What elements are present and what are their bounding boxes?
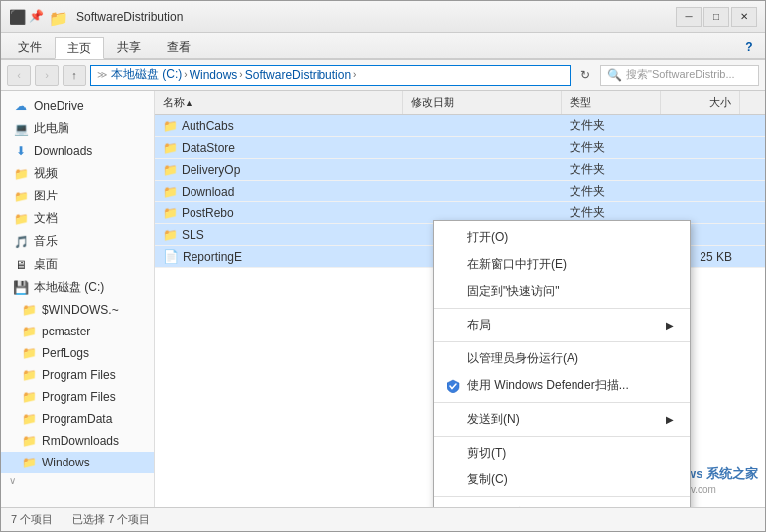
folder-icon-deliveryop: 📁 [163, 163, 178, 177]
sidebar-item-programdata[interactable]: 📁 ProgramData [1, 408, 154, 430]
ctx-layout[interactable]: 布局 ▶ [434, 312, 690, 338]
documents-icon: 📁 [13, 211, 29, 227]
sidebar-item-pictures[interactable]: 📁 图片 [1, 185, 154, 207]
forward-button[interactable]: › [35, 65, 59, 86]
folder-icon-download: 📁 [163, 185, 178, 199]
ctx-label-copy: 复制(C) [467, 471, 508, 488]
back-button[interactable]: ‹ [7, 65, 31, 86]
ribbon-tabs: 文件 主页 共享 查看 ? [1, 33, 765, 59]
breadcrumb-windows[interactable]: Windows [190, 68, 238, 82]
ctx-copy[interactable]: 复制(C) [434, 466, 690, 493]
sidebar-item-downloads[interactable]: ⬇ Downloads [1, 140, 154, 162]
file-name-reporting: 📄 ReportingE [155, 249, 403, 264]
table-row[interactable]: 📁 AuthCabs 文件夹 [155, 115, 765, 137]
help-button[interactable]: ? [737, 36, 761, 58]
col-header-date[interactable]: 修改日期 [403, 91, 562, 114]
folder-icon-8: 📁 [21, 455, 37, 470]
sidebar-scroll-hint: ∨ [1, 473, 154, 488]
refresh-button[interactable]: ↻ [574, 65, 596, 86]
sidebar-item-perflogs[interactable]: 📁 PerfLogs [1, 342, 154, 364]
up-button[interactable]: ↑ [63, 65, 86, 86]
title-bar: ⬛ 📌 📁 SoftwareDistribution ─ □ ✕ [1, 1, 765, 33]
sidebar-item-programfiles1[interactable]: 📁 Program Files [1, 364, 154, 386]
sidebar-item-localdisk[interactable]: 💾 本地磁盘 (C:) [1, 276, 154, 299]
open-icon [446, 230, 461, 246]
sidebar-label-music: 音乐 [34, 233, 58, 250]
tab-home[interactable]: 主页 [55, 37, 104, 59]
file-name-authcabs: 📁 AuthCabs [155, 119, 403, 133]
ctx-open-new-window[interactable]: 在新窗口中打开(E) [434, 251, 690, 278]
sidebar-item-onedrive[interactable]: ☁ OneDrive [1, 95, 154, 117]
search-box[interactable]: 🔍 搜索"SoftwareDistrib... [600, 65, 759, 86]
sidebar-item-windows[interactable]: 📁 Windows [1, 452, 154, 473]
defender-icon [446, 378, 461, 394]
sidebar-item-videos[interactable]: 📁 视频 [1, 162, 154, 185]
tab-view[interactable]: 查看 [154, 36, 203, 58]
ribbon: 文件 主页 共享 查看 ? [1, 33, 765, 60]
ctx-pin-quick-access[interactable]: 固定到"快速访问" [434, 278, 690, 305]
table-row[interactable]: 📁 Download 文件夹 [155, 181, 765, 202]
ctx-label-cut: 剪切(T) [467, 445, 506, 462]
sidebar-label-documents: 文档 [34, 210, 58, 227]
ctx-open[interactable]: 打开(O) [434, 224, 690, 251]
sidebar-item-programfiles2[interactable]: 📁 Program Files [1, 386, 154, 408]
sidebar-label-programfiles1: Program Files [42, 368, 116, 382]
layout-icon [446, 318, 461, 333]
quick-access-icon: ⬛ [9, 9, 25, 25]
ctx-arrow-sendto: ▶ [666, 414, 674, 425]
sidebar-item-computer[interactable]: 💻 此电脑 [1, 117, 154, 140]
tab-file[interactable]: 文件 [5, 36, 55, 58]
pin-icon: 📌 [29, 9, 45, 25]
sidebar-label-pictures: 图片 [34, 188, 58, 204]
sidebar-item-pcmaster[interactable]: 📁 pcmaster [1, 321, 154, 342]
ctx-label-layout: 布局 [467, 317, 491, 333]
folder-icon-postrebo: 📁 [163, 206, 178, 220]
table-row[interactable]: 📁 DataStore 文件夹 [155, 137, 765, 159]
sidebar-item-desktop[interactable]: 🖥 桌面 [1, 253, 154, 276]
col-header-name[interactable]: 名称 ▲ [155, 91, 403, 114]
folder-icon-authcabs: 📁 [163, 119, 178, 133]
pictures-icon: 📁 [13, 189, 29, 204]
file-list: 名称 ▲ 修改日期 类型 大小 📁 AuthCabs 文件夹 📁 Da [155, 91, 765, 507]
ctx-create-shortcut[interactable]: 创建快捷方式(S) [434, 500, 690, 507]
sidebar-item-rmdownloads[interactable]: 📁 RmDownloads [1, 430, 154, 452]
close-button[interactable]: ✕ [731, 7, 757, 27]
sidebar-label-rmdownloads: RmDownloads [42, 434, 119, 448]
folder-icon-1: 📁 [21, 302, 37, 318]
address-input[interactable]: ≫ 本地磁盘 (C:) › Windows › SoftwareDistribu… [90, 65, 571, 86]
sidebar-label-downloads: Downloads [34, 144, 92, 158]
col-header-type[interactable]: 类型 [562, 91, 661, 114]
folder-icon-sls: 📁 [163, 228, 178, 242]
folder-icon-6: 📁 [21, 411, 37, 427]
tab-share[interactable]: 共享 [104, 36, 154, 58]
computer-icon: 💻 [13, 121, 29, 137]
breadcrumb-softdist[interactable]: SoftwareDistribution [245, 68, 351, 82]
txt-icon-reporting: 📄 [163, 249, 179, 264]
window: ⬛ 📌 📁 SoftwareDistribution ─ □ ✕ 文件 主页 共… [0, 0, 766, 532]
col-header-size[interactable]: 大小 [661, 91, 740, 114]
sidebar-item-documents[interactable]: 📁 文档 [1, 207, 154, 230]
sidebar-item-windows-tilde[interactable]: 📁 $WINDOWS.~ [1, 299, 154, 321]
sidebar-item-music[interactable]: 🎵 音乐 [1, 230, 154, 253]
ctx-defender-scan[interactable]: 使用 Windows Defender扫描... [434, 372, 690, 399]
minimize-button[interactable]: ─ [676, 7, 702, 27]
ctx-label-send-to: 发送到(N) [467, 411, 520, 428]
ctx-cut[interactable]: 剪切(T) [434, 440, 690, 466]
table-row[interactable]: 📁 DeliveryOp 文件夹 [155, 159, 765, 181]
file-type-postrebo: 文件夹 [562, 204, 661, 221]
ctx-divider-5 [434, 496, 690, 497]
file-name-download: 📁 Download [155, 185, 403, 199]
folder-icon: 📁 [49, 9, 68, 25]
status-selected: 已选择 7 个项目 [72, 512, 150, 527]
sidebar-label-onedrive: OneDrive [34, 99, 84, 113]
ctx-run-as-admin[interactable]: 以管理员身份运行(A) [434, 345, 690, 372]
maximize-button[interactable]: □ [703, 7, 729, 27]
breadcrumb-c-drive[interactable]: 本地磁盘 (C:) [111, 66, 182, 83]
pin-icon [446, 284, 461, 300]
file-type-authcabs: 文件夹 [562, 117, 661, 134]
ctx-send-to[interactable]: 发送到(N) ▶ [434, 406, 690, 433]
sidebar-label-computer: 此电脑 [34, 120, 69, 137]
ctx-label-defender-scan: 使用 Windows Defender扫描... [467, 377, 629, 394]
new-window-icon [446, 257, 461, 273]
sidebar-label-programfiles2: Program Files [42, 390, 116, 404]
